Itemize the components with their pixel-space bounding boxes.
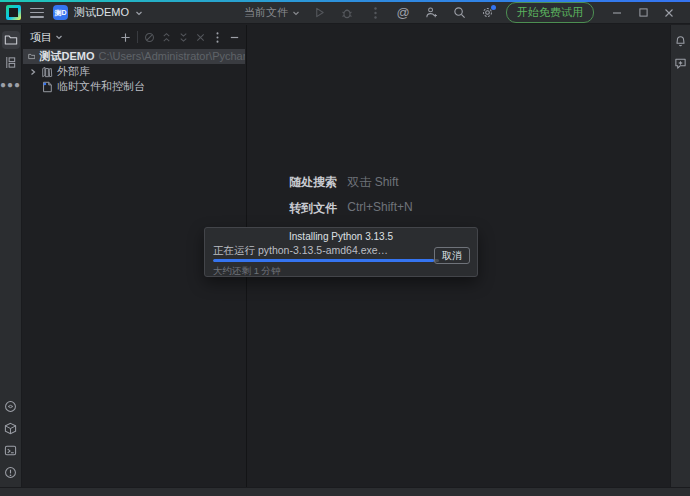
terminal-icon: [4, 444, 17, 457]
expand-all-button[interactable]: [159, 30, 174, 45]
tree-row-scratches[interactable]: 临时文件和控制台: [22, 79, 246, 94]
install-python-dialog: Installing Python 3.13.5 正在运行 python-3.1…: [204, 227, 478, 277]
folder-icon: [4, 33, 18, 47]
locate-file-button[interactable]: [142, 30, 157, 45]
toolbar-separator: [137, 31, 138, 43]
tree-item-label: 外部库: [57, 64, 90, 79]
person-plus-icon: [425, 6, 438, 19]
chevron-down-icon: [135, 9, 143, 17]
bell-icon: [674, 35, 687, 48]
chevron-right-icon: [29, 68, 37, 76]
window-controls: [604, 3, 682, 23]
run-config-label: 当前文件: [244, 5, 288, 20]
project-badge: 测D: [53, 5, 68, 20]
target-icon: [144, 32, 155, 43]
titlebar-right: 当前文件 @: [244, 2, 690, 23]
chevron-down-icon: [292, 9, 300, 17]
ai-assistant-icon: [674, 57, 687, 70]
progress-fill: [213, 259, 434, 262]
minimize-icon: [229, 32, 240, 43]
titlebar-left: 测D 测试DEMO: [0, 5, 143, 20]
project-panel-toolbar: [118, 30, 242, 45]
collapse-all-icon: [178, 32, 189, 43]
plus-icon: [120, 32, 131, 43]
ai-assistant-tool-button[interactable]: [672, 54, 690, 72]
left-tool-stripe: ●●●: [0, 25, 22, 487]
pycharm-window: 测D 测试DEMO 当前文件 @: [0, 0, 690, 496]
library-icon: [41, 66, 53, 78]
more-actions-button[interactable]: [366, 4, 384, 22]
play-icon: [314, 7, 325, 18]
close-icon: [664, 8, 674, 18]
problems-icon: [4, 466, 17, 479]
settings-notification-dot: [491, 5, 496, 10]
run-config-selector[interactable]: 当前文件: [244, 5, 300, 20]
project-panel-header: 项目: [22, 27, 246, 47]
tree-item-label: 测试DEMO: [39, 49, 94, 64]
bug-icon: [341, 7, 353, 19]
scroll-from-source-button[interactable]: [193, 30, 208, 45]
project-tool-button[interactable]: [2, 31, 20, 49]
tree-row-project-root[interactable]: 测试DEMO C:\Users\Administrator\PycharmPro…: [23, 49, 245, 64]
pycharm-logo-icon: [6, 5, 21, 20]
panel-options-button[interactable]: [210, 30, 225, 45]
main-menu-icon[interactable]: [30, 8, 44, 18]
settings-button[interactable]: [478, 4, 496, 22]
tree-item-path: C:\Users\Administrator\PycharmProjects\测…: [98, 49, 245, 64]
notifications-tool-button[interactable]: [672, 32, 690, 50]
project-panel-title-dropdown[interactable]: 项目: [30, 30, 63, 45]
project-tree: 测试DEMO C:\Users\Administrator\PycharmPro…: [22, 49, 246, 94]
commit-icon: [4, 56, 17, 69]
ellipsis-icon: ●●●: [0, 79, 21, 90]
kebab-menu-icon: [216, 32, 219, 43]
search-icon: [453, 6, 466, 19]
expand-all-icon: [161, 32, 172, 43]
ai-mention-button[interactable]: @: [394, 4, 412, 22]
time-remaining-text: 大约还剩 1 分钟: [213, 265, 281, 278]
status-bar: [0, 487, 690, 496]
minimize-button[interactable]: [604, 3, 630, 23]
hide-panel-button[interactable]: [227, 30, 242, 45]
python-console-tool-button[interactable]: [2, 397, 20, 415]
dialog-status-text: 正在运行 python-3.13.5-amd64.exe…: [213, 244, 388, 258]
shortcut-label: 随处搜索: [277, 174, 337, 191]
shortcut-keys: Ctrl+Shift+N: [347, 200, 412, 217]
project-panel-title: 项目: [30, 30, 52, 45]
terminal-tool-button[interactable]: [2, 441, 20, 459]
folder-icon: [28, 50, 35, 63]
minimize-icon: [612, 8, 622, 18]
chevron-down-icon: [55, 33, 63, 41]
shortcut-label: 转到文件: [277, 200, 337, 217]
maximize-button[interactable]: [630, 3, 656, 23]
python-console-icon: [4, 400, 17, 413]
at-icon: @: [396, 5, 409, 20]
titlebar: 测D 测试DEMO 当前文件 @: [0, 2, 690, 24]
maximize-icon: [639, 8, 648, 17]
problems-tool-button[interactable]: [2, 463, 20, 481]
project-name: 测试DEMO: [74, 5, 129, 20]
dialog-title: Installing Python 3.13.5: [205, 231, 477, 242]
project-widget[interactable]: 测D 测试DEMO: [53, 5, 143, 20]
kebab-menu-icon: [374, 7, 377, 19]
tree-row-external-libraries[interactable]: 外部库: [22, 64, 246, 79]
tree-item-label: 临时文件和控制台: [57, 79, 145, 94]
python-packages-icon: [4, 422, 17, 435]
progress-bar: [213, 259, 439, 262]
close-button[interactable]: [656, 3, 682, 23]
right-tool-stripe: [670, 25, 690, 487]
commit-tool-button[interactable]: [2, 53, 20, 71]
scratch-file-icon: [41, 81, 53, 93]
cross-icon: [195, 32, 206, 43]
collapse-all-button[interactable]: [176, 30, 191, 45]
more-tool-windows-button[interactable]: ●●●: [2, 75, 20, 93]
shortcut-keys: 双击 Shift: [347, 174, 412, 191]
python-packages-tool-button[interactable]: [2, 419, 20, 437]
search-everywhere-button[interactable]: [450, 4, 468, 22]
debug-button[interactable]: [338, 4, 356, 22]
cancel-button[interactable]: 取消: [434, 247, 470, 264]
start-trial-button[interactable]: 开始免费试用: [506, 2, 594, 23]
add-button[interactable]: [118, 30, 133, 45]
code-with-me-button[interactable]: [422, 4, 440, 22]
run-button[interactable]: [310, 4, 328, 22]
